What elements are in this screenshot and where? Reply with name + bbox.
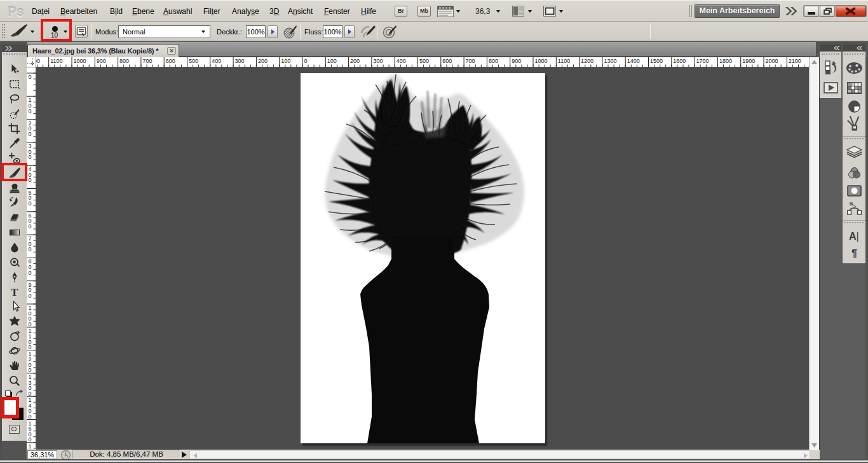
svg-text:700: 700 xyxy=(142,58,152,64)
svg-text:900: 900 xyxy=(97,58,106,64)
svg-text:400: 400 xyxy=(397,58,406,64)
svg-text:2000: 2000 xyxy=(766,58,778,64)
svg-text:700: 700 xyxy=(466,58,475,64)
svg-text:500: 500 xyxy=(419,58,429,64)
svg-text:0: 0 xyxy=(304,58,308,64)
svg-text:1200: 1200 xyxy=(36,58,40,64)
svg-text:1100: 1100 xyxy=(558,58,570,64)
svg-text:800: 800 xyxy=(489,58,498,64)
svg-text:T: T xyxy=(11,286,18,298)
svg-text:2100: 2100 xyxy=(789,58,801,64)
svg-text:0: 0 xyxy=(29,390,32,397)
svg-text:6: 6 xyxy=(29,448,32,449)
svg-text:0: 0 xyxy=(29,293,32,299)
svg-text:0: 0 xyxy=(29,200,32,207)
svg-text:0: 0 xyxy=(29,131,32,137)
svg-text:0: 0 xyxy=(29,246,32,252)
svg-text:1600: 1600 xyxy=(673,58,686,64)
svg-text:0: 0 xyxy=(29,223,32,230)
svg-text:400: 400 xyxy=(212,58,221,64)
svg-text:1500: 1500 xyxy=(650,58,663,64)
svg-text:300: 300 xyxy=(235,58,245,64)
svg-text:0: 0 xyxy=(29,154,32,160)
svg-text:0: 0 xyxy=(29,74,32,80)
svg-text:1800: 1800 xyxy=(719,58,732,64)
svg-text:600: 600 xyxy=(166,58,175,64)
svg-text:900: 900 xyxy=(512,58,521,64)
svg-text:1900: 1900 xyxy=(742,58,755,64)
svg-text:100: 100 xyxy=(327,58,337,64)
svg-text:1700: 1700 xyxy=(696,58,709,64)
svg-text:500: 500 xyxy=(189,58,198,64)
svg-text:0: 0 xyxy=(29,367,32,373)
svg-text:0: 0 xyxy=(29,344,32,350)
svg-text:0: 0 xyxy=(29,436,32,443)
svg-text:100: 100 xyxy=(281,58,290,64)
svg-text:200: 200 xyxy=(258,58,268,64)
svg-text:0: 0 xyxy=(29,108,32,114)
svg-text:200: 200 xyxy=(350,58,360,64)
svg-text:0: 0 xyxy=(29,177,32,183)
svg-text:1200: 1200 xyxy=(581,58,593,64)
svg-text:0: 0 xyxy=(29,321,32,328)
svg-text:1400: 1400 xyxy=(627,58,640,64)
svg-text:800: 800 xyxy=(119,58,129,64)
svg-text:300: 300 xyxy=(373,58,383,64)
svg-text:1100: 1100 xyxy=(50,58,62,64)
svg-text:0: 0 xyxy=(29,413,32,420)
svg-text:0: 0 xyxy=(29,270,32,276)
svg-text:1000: 1000 xyxy=(535,58,548,64)
svg-text:1000: 1000 xyxy=(74,58,86,64)
svg-text:1300: 1300 xyxy=(604,58,616,64)
svg-text:600: 600 xyxy=(442,58,452,64)
